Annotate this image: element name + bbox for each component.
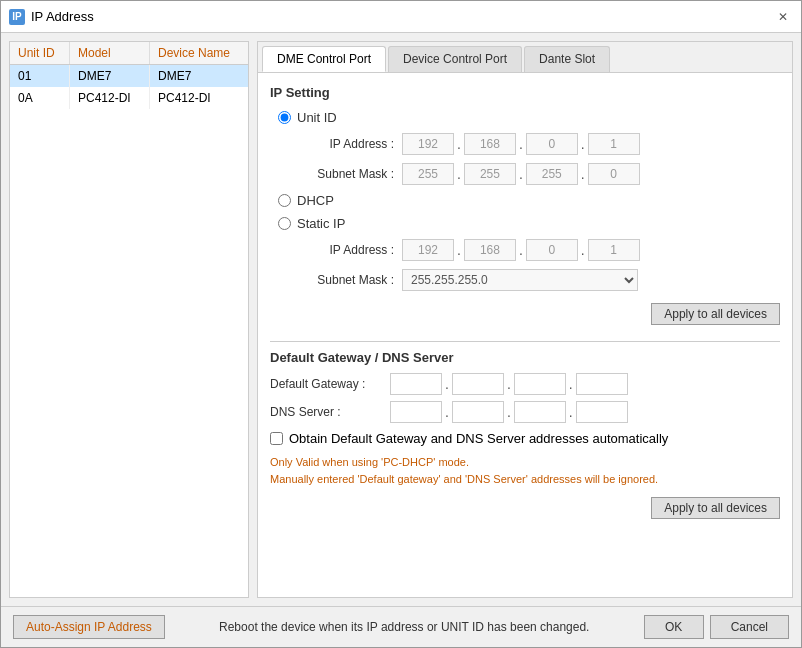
tab-dme-control-port[interactable]: DME Control Port xyxy=(262,46,386,72)
gateway-inputs: . . . xyxy=(390,373,628,395)
dns-4[interactable] xyxy=(576,401,628,423)
reboot-notice: Reboot the device when its IP address or… xyxy=(219,620,589,634)
static-ip-2[interactable] xyxy=(464,239,516,261)
auto-obtain-checkbox[interactable] xyxy=(270,432,283,445)
radio-unit-id[interactable] xyxy=(278,111,291,124)
window-title: IP Address xyxy=(31,9,94,24)
cell-device-name: DME7 xyxy=(150,65,248,87)
table-header: Unit ID Model Device Name xyxy=(10,42,248,65)
window-icon: IP xyxy=(9,9,25,25)
ip-dot: . xyxy=(507,404,511,420)
device-table: Unit ID Model Device Name 01 DME7 DME7 0… xyxy=(9,41,249,598)
static-ip-4[interactable] xyxy=(588,239,640,261)
auto-assign-button[interactable]: Auto-Assign IP Address xyxy=(13,615,165,639)
ip-dot: . xyxy=(457,242,461,258)
gateway-2[interactable] xyxy=(452,373,504,395)
ip-dot: . xyxy=(581,166,585,182)
unit-id-mask-1[interactable] xyxy=(402,163,454,185)
cell-model: PC412-DI xyxy=(70,87,150,109)
ip-dot: . xyxy=(581,242,585,258)
unit-id-ip-fields: . . . xyxy=(402,133,640,155)
unit-id-ip-row: IP Address : . . . xyxy=(302,133,780,155)
tab-device-control-port[interactable]: Device Control Port xyxy=(388,46,522,72)
title-bar: IP IP Address ✕ xyxy=(1,1,801,33)
static-ip-3[interactable] xyxy=(526,239,578,261)
gateway-1[interactable] xyxy=(390,373,442,395)
cell-unit-id: 0A xyxy=(10,87,70,109)
unit-id-mask-fields: . . . xyxy=(402,163,640,185)
ip-dot: . xyxy=(457,136,461,152)
cancel-button[interactable]: Cancel xyxy=(710,615,789,639)
unit-id-mask-2[interactable] xyxy=(464,163,516,185)
dns-label: DNS Server : xyxy=(270,405,390,419)
static-mask-label: Subnet Mask : xyxy=(302,273,402,287)
table-row[interactable]: 01 DME7 DME7 xyxy=(10,65,248,87)
static-ip-1[interactable] xyxy=(402,239,454,261)
radio-unit-id-label: Unit ID xyxy=(297,110,337,125)
ok-button[interactable]: OK xyxy=(644,615,704,639)
tab-bar: DME Control Port Device Control Port Dan… xyxy=(258,42,792,73)
dns-3[interactable] xyxy=(514,401,566,423)
static-mask-row: Subnet Mask : 255.255.255.0 255.255.0.0 … xyxy=(302,269,780,291)
section-divider xyxy=(270,341,780,342)
footer-bar: Auto-Assign IP Address Reboot the device… xyxy=(1,606,801,647)
radio-static-label: Static IP xyxy=(297,216,345,231)
dns-1[interactable] xyxy=(390,401,442,423)
gateway-3[interactable] xyxy=(514,373,566,395)
tab-dante-slot[interactable]: Dante Slot xyxy=(524,46,610,72)
settings-panel: DME Control Port Device Control Port Dan… xyxy=(257,41,793,598)
unit-id-mask-row: Subnet Mask : . . . xyxy=(302,163,780,185)
radio-static[interactable] xyxy=(278,217,291,230)
dns-2[interactable] xyxy=(452,401,504,423)
static-ip-row: IP Address : . . . xyxy=(302,239,780,261)
ip-dot: . xyxy=(457,166,461,182)
col-unit-id: Unit ID xyxy=(10,42,70,64)
ip-address-label: IP Address : xyxy=(302,137,402,151)
gateway-label: Default Gateway : xyxy=(270,377,390,391)
ip-setting-section: IP Setting Unit ID IP Address : xyxy=(270,85,780,325)
radio-unit-id-item: Unit ID xyxy=(278,110,780,125)
auto-obtain-row: Obtain Default Gateway and DNS Server ad… xyxy=(270,431,780,446)
dns-inputs: . . . xyxy=(390,401,628,423)
ip-dot: . xyxy=(445,404,449,420)
gateway-4[interactable] xyxy=(576,373,628,395)
main-content: Unit ID Model Device Name 01 DME7 DME7 0… xyxy=(1,33,801,606)
unit-id-mask-4[interactable] xyxy=(588,163,640,185)
col-device-name: Device Name xyxy=(150,42,248,64)
col-model: Model xyxy=(70,42,150,64)
cell-model: DME7 xyxy=(70,65,150,87)
unit-id-ip-2[interactable] xyxy=(464,133,516,155)
subnet-mask-select[interactable]: 255.255.255.0 255.255.0.0 255.0.0.0 xyxy=(402,269,638,291)
apply-btn-1[interactable]: Apply to all devices xyxy=(651,303,780,325)
dialog-buttons: OK Cancel xyxy=(644,615,789,639)
ip-address-dialog: IP IP Address ✕ Unit ID Model Device Nam… xyxy=(0,0,802,648)
unit-id-mask-3[interactable] xyxy=(526,163,578,185)
dns-section-title: Default Gateway / DNS Server xyxy=(270,350,780,365)
default-gateway-row: Default Gateway : . . . xyxy=(270,373,780,395)
ip-dot: . xyxy=(569,376,573,392)
ip-dot: . xyxy=(581,136,585,152)
radio-static-item: Static IP xyxy=(278,216,780,231)
title-bar-left: IP IP Address xyxy=(9,9,94,25)
unit-id-ip-1[interactable] xyxy=(402,133,454,155)
auto-obtain-label: Obtain Default Gateway and DNS Server ad… xyxy=(289,431,668,446)
cell-unit-id: 01 xyxy=(10,65,70,87)
ip-dot: . xyxy=(507,376,511,392)
radio-dhcp[interactable] xyxy=(278,194,291,207)
ip-setting-title: IP Setting xyxy=(270,85,780,100)
ip-dot: . xyxy=(519,166,523,182)
table-row[interactable]: 0A PC412-DI PC412-DI xyxy=(10,87,248,109)
unit-id-ip-4[interactable] xyxy=(588,133,640,155)
ip-dot: . xyxy=(569,404,573,420)
dns-server-row: DNS Server : . . . xyxy=(270,401,780,423)
ip-radio-group: Unit ID IP Address : . . . xyxy=(278,110,780,291)
close-button[interactable]: ✕ xyxy=(773,7,793,27)
apply-btn-2[interactable]: Apply to all devices xyxy=(651,497,780,519)
radio-dhcp-item: DHCP xyxy=(278,193,780,208)
tab-content: IP Setting Unit ID IP Address : xyxy=(258,73,792,597)
cell-device-name: PC412-DI xyxy=(150,87,248,109)
static-ip-fields: . . . xyxy=(402,239,640,261)
note-text: Only Valid when using 'PC-DHCP' mode. Ma… xyxy=(270,454,780,487)
unit-id-ip-3[interactable] xyxy=(526,133,578,155)
radio-dhcp-label: DHCP xyxy=(297,193,334,208)
